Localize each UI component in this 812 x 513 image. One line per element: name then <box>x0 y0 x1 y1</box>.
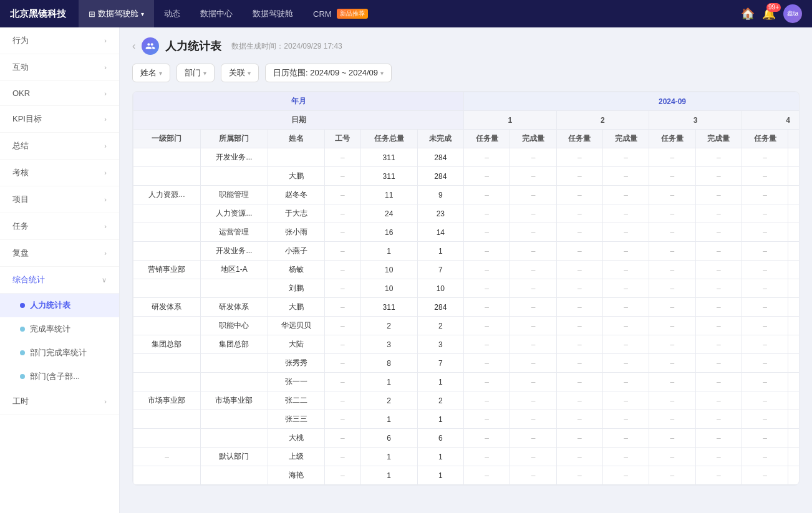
dot-icon <box>20 350 25 355</box>
day3-header: 3 <box>649 111 742 130</box>
filter-related[interactable]: 关联 ▾ <box>221 64 259 82</box>
nav-item-datacenter[interactable]: 数据中心 <box>190 0 243 27</box>
chevron-right-icon: › <box>104 142 107 150</box>
table-row: 海艳–11––––––––– <box>133 466 800 485</box>
nav-item-datacockpit[interactable]: 数据驾驶舱 <box>243 0 303 27</box>
table-row: 人力资源...于大志–2423––––––––– <box>133 204 800 223</box>
sidebar-item-kpi[interactable]: KPI目标 › <box>0 106 119 133</box>
main-layout: 行为 › 互动 › OKR › KPI目标 › 总结 › 考核 › 项目 › 任… <box>0 27 812 513</box>
notification-btn[interactable]: 🔔 99+ <box>762 7 776 21</box>
new-badge: 新品推荐 <box>337 9 368 19</box>
col-name: 姓名 <box>268 130 324 148</box>
col-d2-done: 完成量 <box>602 130 649 148</box>
filter-date-range[interactable]: 日历范围: 2024/09 ~ 2024/09 ▾ <box>265 64 392 82</box>
chevron-right-icon: › <box>104 398 107 405</box>
brand-logo: 北京黑镜科技 <box>10 8 66 20</box>
sidebar-item-review[interactable]: 考核 › <box>0 160 119 186</box>
day1-header: 1 <box>464 111 557 130</box>
nav-right: 🏠 🔔 99+ 鑫ta <box>741 4 802 23</box>
table-row: 研发体系研发体系大鹏–311284––––––––– <box>133 298 800 317</box>
table-row: 集团总部集团总部大陆–33––––––––– <box>133 335 800 354</box>
period-header: 2024-09 <box>464 92 800 111</box>
page-title: 人力统计表 <box>165 39 221 54</box>
page-icon <box>142 37 159 55</box>
sidebar-item-project[interactable]: 项目 › <box>0 186 119 213</box>
table-row: –默认部门上级–11––––––––– <box>133 448 800 466</box>
chevron-right-icon: › <box>104 169 107 176</box>
dot-icon <box>20 374 25 379</box>
filter-bar: 姓名 ▾ 部门 ▾ 关联 ▾ 日历范围: 2024/09 ~ 2024/09 ▾ <box>132 64 800 82</box>
col-total: 任务总量 <box>360 130 417 148</box>
table-row: 张三三–11––––––––– <box>133 410 800 429</box>
page-meta: 数据生成时间：2024/09/29 17:43 <box>231 41 342 52</box>
chevron-right-icon: › <box>104 249 107 257</box>
table-row: 张秀秀–87––––––––– <box>133 354 800 373</box>
table-row: 大鹏–311284––––––––– <box>133 167 800 186</box>
sidebar-item-behavior[interactable]: 行为 › <box>0 27 119 54</box>
dot-icon <box>20 303 25 308</box>
col-d3-done: 完成量 <box>695 130 742 148</box>
sidebar-item-interaction[interactable]: 互动 › <box>0 54 119 81</box>
table-row: 张一一–11––––––––– <box>133 373 800 391</box>
col-empid: 工号 <box>325 130 360 148</box>
col-unfinished: 未完成 <box>417 130 463 148</box>
nav-item-crm[interactable]: CRM 新品推荐 <box>303 0 378 27</box>
sidebar: 行为 › 互动 › OKR › KPI目标 › 总结 › 考核 › 项目 › 任… <box>0 27 120 513</box>
chevron-right-icon: › <box>104 64 107 71</box>
table-row: 刘鹏–1010––––––––– <box>133 279 800 298</box>
sidebar-item-stats[interactable]: 综合统计 ∨ <box>0 267 119 294</box>
page-header: ‹ 人力统计表 数据生成时间：2024/09/29 17:43 <box>132 37 800 55</box>
col-d4-done: 完成量 <box>788 130 800 148</box>
hr-table: 年月 2024-09 日期 1 2 3 4 5 一级部门 所属部门 姓名 <box>132 91 800 486</box>
chevron-down-icon: ▾ <box>141 11 144 17</box>
filter-dept[interactable]: 部门 ▾ <box>176 64 215 82</box>
col-d1-done: 完成量 <box>510 130 556 148</box>
chevron-right-icon: › <box>104 37 107 44</box>
back-button[interactable]: ‹ <box>132 41 135 52</box>
col-d3-task: 任务量 <box>649 130 695 148</box>
table-row: 职能中心华远贝贝–22––––––––– <box>133 317 800 335</box>
chevron-right-icon: › <box>104 223 107 230</box>
chevron-down-icon: ▾ <box>203 70 206 77</box>
col-dept1: 一级部门 <box>133 130 201 148</box>
sidebar-sub-item-dept-completion[interactable]: 部门完成率统计 <box>0 341 119 365</box>
sidebar-sub-item-completion-rate[interactable]: 完成率统计 <box>0 317 119 341</box>
date-header: 日期 <box>133 111 464 130</box>
col-d2-task: 任务量 <box>556 130 602 148</box>
main-content: ‹ 人力统计表 数据生成时间：2024/09/29 17:43 姓名 ▾ 部门 … <box>120 27 812 513</box>
table-row: 开发业务...小燕子–11––––––––– <box>133 242 800 261</box>
chevron-right-icon: › <box>104 196 107 203</box>
col-dept2: 所属部门 <box>200 130 268 148</box>
chevron-down-icon: ▾ <box>380 70 384 77</box>
avatar[interactable]: 鑫ta <box>783 4 802 23</box>
notif-badge: 99+ <box>766 3 781 12</box>
nav-item-dynamic[interactable]: 动态 <box>154 0 190 27</box>
sidebar-item-task[interactable]: 任务 › <box>0 213 119 240</box>
year-month-header: 年月 <box>133 92 464 111</box>
table-row: 人力资源...职能管理赵冬冬–119––––––––– <box>133 186 800 204</box>
col-d4-task: 任务量 <box>742 130 788 148</box>
filter-name[interactable]: 姓名 ▾ <box>132 64 170 82</box>
sidebar-sub-item-hr-table[interactable]: 人力统计表 <box>0 294 119 317</box>
chevron-right-icon: › <box>104 115 107 123</box>
sidebar-item-workhours[interactable]: 工时 › <box>0 388 119 415</box>
chevron-right-icon: › <box>104 90 107 97</box>
sidebar-item-okr[interactable]: OKR › <box>0 81 119 106</box>
sidebar-sub-item-dept-sub[interactable]: 部门(含子部... <box>0 365 119 388</box>
table-row: 运营管理张小雨–1614––––––––– <box>133 223 800 242</box>
chevron-down-icon: ▾ <box>248 70 251 77</box>
nav-item-cockpit[interactable]: ⊞ 数据驾驶舱 ▾ <box>79 0 154 27</box>
home-icon-btn[interactable]: 🏠 <box>741 7 755 21</box>
table-row: 大桃–66––––––––– <box>133 429 800 448</box>
chevron-down-icon: ▾ <box>159 70 162 77</box>
sidebar-item-replay[interactable]: 复盘 › <box>0 240 119 267</box>
col-d1-task: 任务量 <box>464 130 510 148</box>
top-nav: 北京黑镜科技 ⊞ 数据驾驶舱 ▾ 动态 数据中心 数据驾驶舱 CRM 新品推荐 … <box>0 0 812 27</box>
table-row: 市场事业部市场事业部张二二–22––––––––– <box>133 391 800 410</box>
sidebar-item-summary[interactable]: 总结 › <box>0 133 119 160</box>
chevron-down-icon: ∨ <box>102 276 107 284</box>
day2-header: 2 <box>556 111 649 130</box>
dot-icon <box>20 327 25 332</box>
table-row: 营销事业部地区1-A杨敏–107––––––––– <box>133 261 800 279</box>
table-row: 开发业务...–311284––––––––– <box>133 148 800 167</box>
